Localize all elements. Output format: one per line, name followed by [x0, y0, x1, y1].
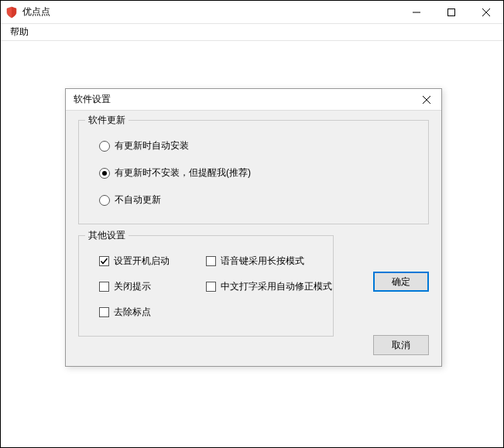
- minimize-button[interactable]: [399, 1, 434, 23]
- dialog-titlebar: 软件设置: [66, 89, 441, 111]
- update-fieldset: 软件更新 有更新时自动安装 有更新时不安装，但提醒我(推荐) 不自动更新: [78, 120, 429, 224]
- checkbox-remove-punct[interactable]: 去除标点: [99, 306, 200, 319]
- main-titlebar: 优点点: [1, 1, 503, 24]
- checkbox-label: 去除标点: [114, 306, 151, 319]
- app-icon: [5, 6, 18, 19]
- checkbox-label: 中文打字采用自动修正模式: [221, 280, 332, 293]
- window-title: 优点点: [22, 5, 50, 19]
- svg-rect-1: [447, 9, 454, 15]
- checkbox-close-tips[interactable]: 关闭提示: [99, 280, 200, 293]
- menubar: 帮助: [1, 24, 503, 41]
- menu-help[interactable]: 帮助: [5, 24, 33, 40]
- radio-label: 有更新时自动安装: [115, 139, 189, 152]
- checkbox-startup[interactable]: 设置开机启动: [99, 255, 200, 268]
- ok-button[interactable]: 确定: [373, 272, 429, 292]
- radio-auto-install[interactable]: 有更新时自动安装: [99, 139, 414, 152]
- maximize-button[interactable]: [434, 1, 468, 23]
- checkbox-icon: [99, 256, 109, 266]
- dialog-title: 软件设置: [74, 93, 111, 106]
- radio-icon: [99, 141, 110, 152]
- radio-icon: [99, 195, 110, 206]
- radio-label: 不自动更新: [115, 193, 161, 207]
- checkbox-autocorrect[interactable]: 中文打字采用自动修正模式: [206, 280, 361, 293]
- update-legend: 软件更新: [85, 114, 129, 127]
- radio-no-update[interactable]: 不自动更新: [99, 193, 414, 207]
- radio-icon: [99, 168, 110, 179]
- dialog-buttons: 确定 取消: [373, 272, 429, 355]
- settings-dialog: 软件设置 软件更新 有更新时自动安装 有更新时不安装，但提醒我(推荐): [65, 88, 442, 367]
- radio-label: 有更新时不安装，但提醒我(推荐): [115, 166, 251, 180]
- radio-notify[interactable]: 有更新时不安装，但提醒我(推荐): [99, 166, 414, 180]
- close-button[interactable]: [468, 1, 503, 23]
- checkbox-grid: 设置开机启动 语音键采用长按模式 关闭提示 中文打字采用自动修正模式: [99, 255, 319, 319]
- checkbox-icon: [206, 282, 216, 292]
- checkbox-label: 语音键采用长按模式: [221, 255, 304, 268]
- window-controls: [399, 1, 503, 23]
- checkbox-icon: [206, 256, 216, 266]
- checkbox-icon: [99, 307, 109, 317]
- dialog-close-button[interactable]: [417, 89, 437, 110]
- checkbox-label: 设置开机启动: [114, 255, 170, 268]
- other-fieldset: 其他设置 设置开机启动 语音键采用长按模式 关闭提示: [78, 235, 334, 337]
- client-area: 软件设置 软件更新 有更新时自动安装 有更新时不安装，但提醒我(推荐): [2, 42, 502, 446]
- other-legend: 其他设置: [85, 229, 129, 242]
- dialog-body: 软件更新 有更新时自动安装 有更新时不安装，但提醒我(推荐) 不自动更新 其他设…: [66, 111, 441, 366]
- cancel-button[interactable]: 取消: [373, 335, 429, 355]
- checkbox-voice-longpress[interactable]: 语音键采用长按模式: [206, 255, 361, 268]
- checkbox-icon: [99, 282, 109, 292]
- checkbox-label: 关闭提示: [114, 280, 151, 293]
